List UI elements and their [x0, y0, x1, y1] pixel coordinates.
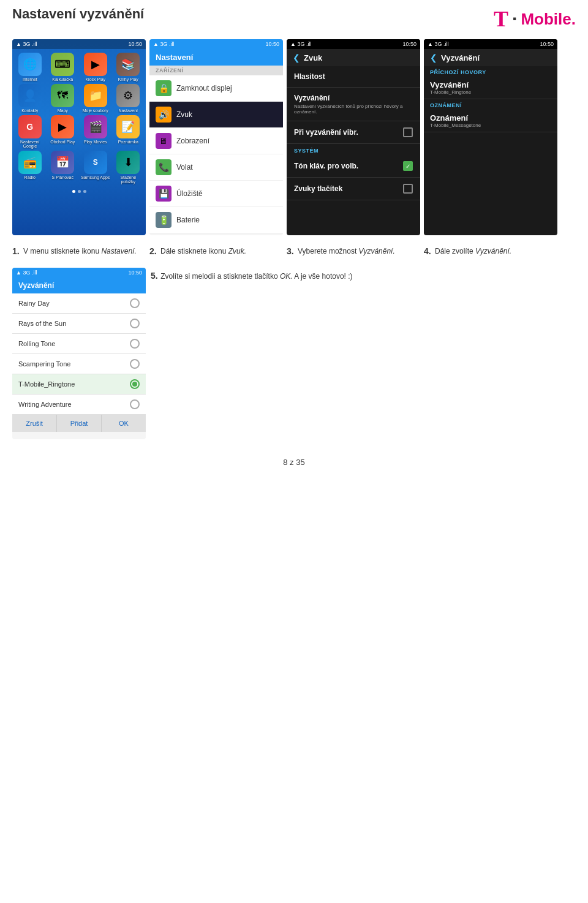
dot: [78, 190, 81, 193]
page-indicator: 8 z 35: [12, 458, 576, 467]
screen-vyzvaneni: ▲ 3G .ill 10:50 ❮ Vyzvánění PŘÍCHOZÍ HOV…: [424, 39, 557, 235]
step-1: 1. V menu stisknete ikonu Nastavení.: [12, 245, 146, 257]
notes-icon: 📝: [116, 115, 140, 138]
pridat-button[interactable]: Přidat: [57, 415, 102, 432]
ri-rays: Rays of the Sun: [18, 320, 66, 327]
step-num-4: 4.: [424, 246, 432, 256]
list-item[interactable]: Oznámení T-Mobile_Messagetone: [424, 110, 557, 132]
step-2: 2. Dále stisknete ikonu Zvuk.: [149, 245, 283, 257]
logo-t: T: [494, 6, 508, 32]
list-item[interactable]: 📁 Moje soubory: [80, 84, 111, 113]
list-item[interactable]: 🖥 Zobrazení: [149, 128, 283, 154]
vibr-label: Při vyzvánění vibr.: [294, 128, 358, 137]
step-text-4: Dále zvolíte Vyzvánění.: [435, 246, 511, 257]
home-icons-grid: 🌐 Internet ⌨ Kalkulačka ▶ Kiosk Play 📚 K…: [12, 49, 146, 187]
list-item[interactable]: ⌨ Kalkulačka: [48, 53, 78, 81]
list-item[interactable]: 📝 Poznámka: [113, 115, 144, 148]
logo-mobile: Mobile.: [521, 10, 576, 29]
vyzvaneni-label: Vyzvánění: [294, 94, 413, 102]
list-item[interactable]: Při vyzvánění vibr.: [287, 121, 420, 144]
status-bar-2: ▲ 3G .ill 10:50: [149, 39, 283, 49]
list-item[interactable]: Scampering Tone: [12, 354, 146, 374]
list-item[interactable]: 📅 S Plánovač: [48, 151, 78, 184]
list-item[interactable]: Vyzvánění Nastavení vyzvánécích tónů pro…: [287, 88, 420, 121]
icon-label: Kiosk Play: [85, 77, 105, 81]
ok-button[interactable]: OK: [102, 415, 146, 432]
list-item[interactable]: Vyzvánění T-Mobile_Ringtone: [424, 77, 557, 99]
time-2: 10:50: [265, 41, 279, 47]
home-dots: [12, 187, 146, 195]
settings-icon: ⚙: [116, 84, 140, 107]
system-section: SYSTÉM: [287, 144, 420, 155]
list-item[interactable]: ⬇ Stažené položky: [113, 151, 144, 184]
list-item[interactable]: 📻 Rádio: [15, 151, 45, 184]
icon-label: Moje soubory: [83, 108, 108, 113]
list-item[interactable]: 🎬 Play Movies: [80, 115, 111, 148]
ton-checkbox[interactable]: ✓: [403, 161, 413, 171]
back-arrow-icon[interactable]: ❮: [293, 53, 300, 62]
list-item[interactable]: Tón kláv. pro volb. ✓: [287, 155, 420, 178]
list-item[interactable]: 🔋 Baterie: [149, 207, 283, 233]
list-item[interactable]: G Nastavení Google: [15, 115, 45, 148]
tmobile-logo: T · Mobile.: [494, 6, 576, 32]
back-arrow-icon-2[interactable]: ❮: [430, 53, 437, 62]
list-item[interactable]: Zvuky tlačítek: [287, 178, 420, 200]
kiosk-icon: ▶: [84, 53, 107, 76]
signal-5: ▲ 3G .ill: [16, 270, 37, 276]
list-item[interactable]: S Samsung Apps: [80, 151, 111, 184]
list-item[interactable]: Rays of the Sun: [12, 314, 146, 334]
samsung-icon: S: [84, 151, 107, 174]
screen-ringtone: ▲ 3G .ill 10:50 Vyzvánění Rainy Day Rays…: [12, 268, 146, 439]
signal-icons: ▲ 3G .ill: [16, 41, 37, 47]
list-item[interactable]: 🗺 Mapy: [48, 84, 78, 113]
time-4: 10:50: [540, 41, 554, 47]
item-label: Zobrazení: [176, 137, 209, 145]
radio-scampering[interactable]: [130, 359, 140, 369]
item-label: Úložiště: [176, 189, 203, 198]
radio-tmobile[interactable]: [130, 379, 140, 389]
icon-label: S Plánovač: [52, 175, 74, 179]
download-icon: ⬇: [116, 151, 140, 174]
list-item: Hlasitost: [287, 66, 420, 88]
list-item[interactable]: 📞 Volat: [149, 154, 283, 181]
ri-rainy-day: Rainy Day: [18, 300, 50, 307]
radio-writing[interactable]: [130, 399, 140, 409]
vyz-header: ❮ Vyzvánění: [424, 49, 557, 66]
item-label: Volat: [176, 163, 193, 172]
zvuk-header: ❮ Zvuk: [287, 49, 420, 66]
list-item[interactable]: ▶ Obchod Play: [48, 115, 78, 148]
screen-home: ▲ 3G .ill 10:50 🌐 Internet ⌨ Kalkulačka …: [12, 39, 146, 235]
radio-rainy[interactable]: [130, 298, 140, 308]
radio-rolling[interactable]: [130, 339, 140, 349]
list-item[interactable]: Writing Adventure: [12, 395, 146, 415]
list-item[interactable]: 👤 Kontakty: [15, 84, 45, 113]
icon-label: Kontakty: [21, 108, 38, 113]
ringtone-footer: Zrušit Přidat OK: [12, 415, 146, 432]
list-item[interactable]: 📚 Knihy Play: [113, 53, 144, 81]
list-item[interactable]: 🔒 Zamknout displej: [149, 75, 283, 102]
list-item[interactable]: ⚙ Nastavení: [113, 84, 144, 113]
icon-label: Samsung Apps: [81, 175, 110, 179]
vyzvaneni-sublabel: Nastavení vyzvánécích tónů pro příchozí …: [294, 104, 413, 115]
list-item[interactable]: Rolling Tone: [12, 334, 146, 354]
ringtone-header: Vyzvánění: [12, 278, 146, 293]
internet-icon: 🌐: [18, 53, 42, 76]
zvuky-checkbox[interactable]: [403, 184, 413, 194]
page-header: Nastavení vyzvánění T · Mobile.: [12, 6, 576, 32]
list-item[interactable]: ▶ Kiosk Play: [80, 53, 111, 81]
radio-rays[interactable]: [130, 319, 140, 328]
call-icon: 📞: [156, 159, 172, 175]
list-item[interactable]: Rainy Day: [12, 293, 146, 314]
step-text-5: Zvolíte si melodii a stisknete tlačítko …: [160, 272, 352, 281]
screen-nastaveni: ▲ 3G .ill 10:50 Nastavení ZAŘÍZENÍ 🔒 Zam…: [149, 39, 283, 235]
section-zarizeni: ZAŘÍZENÍ: [149, 66, 283, 75]
list-item[interactable]: T-Mobile_Ringtone: [12, 374, 146, 395]
list-item[interactable]: 💾 Úložiště: [149, 181, 283, 207]
list-item[interactable]: 🔊 Zvuk: [149, 102, 283, 128]
signal-3: ▲ 3G .ill: [290, 41, 311, 47]
item-label: Baterie: [176, 216, 200, 224]
settings-title: Nastavení: [149, 49, 283, 66]
list-item[interactable]: 🌐 Internet: [15, 53, 45, 81]
zrusit-button[interactable]: Zrušit: [12, 415, 57, 432]
vibr-checkbox[interactable]: [403, 127, 413, 137]
